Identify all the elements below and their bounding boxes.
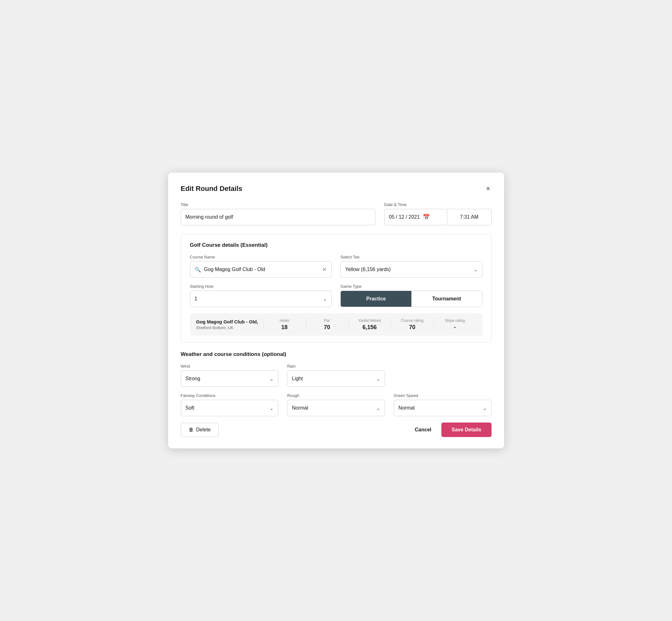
course-name-group: Course Name 🔍 Gog Magog Golf Club - Old … bbox=[190, 255, 332, 278]
holes-value: 18 bbox=[268, 324, 301, 331]
rough-value: Normal bbox=[292, 405, 376, 411]
datetime-group: 05 / 12 / 2021 📅 7:31 AM bbox=[384, 209, 492, 225]
game-type-label: Game Type bbox=[340, 284, 482, 289]
green-speed-label: Green Speed bbox=[394, 393, 492, 398]
cancel-button[interactable]: Cancel bbox=[412, 423, 434, 437]
green-speed-value: Normal bbox=[398, 405, 483, 411]
select-tee-label: Select Tee bbox=[340, 255, 482, 259]
date-input[interactable]: 05 / 12 / 2021 📅 bbox=[384, 209, 447, 225]
chevron-down-icon: ⌄ bbox=[473, 266, 478, 273]
course-name-value: Gog Magog Golf Club - Old bbox=[204, 266, 319, 272]
top-row: Title Date & Time 05 / 12 / 2021 📅 7:31 … bbox=[181, 202, 492, 225]
wind-dropdown[interactable]: Strong ⌄ bbox=[181, 370, 279, 387]
trash-icon: 🗑 bbox=[189, 427, 194, 432]
fairway-value: Soft bbox=[185, 405, 270, 411]
edit-round-modal: Edit Round Details × Title Date & Time 0… bbox=[168, 173, 504, 448]
weather-section-title: Weather and course conditions (optional) bbox=[181, 351, 492, 358]
starting-hole-label: Starting Hole bbox=[190, 284, 332, 289]
chevron-down-icon-rain: ⌄ bbox=[376, 376, 380, 382]
course-name-label: Course Name bbox=[190, 255, 332, 259]
course-rating-value: 70 bbox=[395, 324, 429, 331]
starting-hole-gametype-row: Starting Hole 1 ⌄ Game Type Practice Tou… bbox=[190, 284, 482, 307]
yards-stat: Yards(Yellow) 6,156 bbox=[348, 318, 391, 331]
rain-value: Light bbox=[292, 376, 376, 381]
starting-hole-value: 1 bbox=[195, 296, 323, 302]
practice-button[interactable]: Practice bbox=[341, 291, 411, 307]
datetime-field-group: Date & Time 05 / 12 / 2021 📅 7:31 AM bbox=[384, 202, 492, 225]
game-type-toggle: Practice Tournament bbox=[340, 291, 482, 307]
save-button[interactable]: Save Details bbox=[442, 422, 491, 437]
footer-row: 🗑 Delete Cancel Save Details bbox=[181, 422, 492, 437]
yards-label: Yards(Yellow) bbox=[353, 318, 386, 323]
date-text: 05 / 12 / 2021 bbox=[389, 214, 420, 220]
fairway-dropdown[interactable]: Soft ⌄ bbox=[181, 400, 279, 416]
wind-group: Wind Strong ⌄ bbox=[181, 364, 279, 387]
rough-label: Rough bbox=[287, 393, 385, 398]
golf-course-section: Golf Course details (Essential) Course N… bbox=[181, 234, 492, 342]
course-info-name: Gog Magog Golf Club - Old, Shelford Bott… bbox=[196, 319, 263, 330]
rain-label: Rain bbox=[287, 364, 385, 369]
modal-title: Edit Round Details bbox=[181, 184, 243, 193]
rough-dropdown[interactable]: Normal ⌄ bbox=[287, 400, 385, 416]
fairway-group: Fairway Conditions Soft ⌄ bbox=[181, 393, 279, 416]
select-tee-value: Yellow (6,156 yards) bbox=[345, 266, 473, 272]
time-text: 7:31 AM bbox=[460, 214, 478, 220]
title-field-group: Title bbox=[181, 202, 375, 225]
delete-label: Delete bbox=[196, 427, 211, 432]
course-rating-label: Course rating bbox=[395, 318, 429, 323]
green-speed-group: Green Speed Normal ⌄ bbox=[394, 393, 492, 416]
game-type-group: Game Type Practice Tournament bbox=[340, 284, 482, 307]
starting-hole-group: Starting Hole 1 ⌄ bbox=[190, 284, 332, 307]
yards-value: 6,156 bbox=[353, 324, 386, 331]
chevron-down-icon-fairway: ⌄ bbox=[269, 405, 274, 411]
slope-rating-stat: Slope rating - bbox=[433, 318, 476, 331]
holes-stat: Holes 18 bbox=[263, 318, 306, 331]
datetime-label: Date & Time bbox=[384, 202, 492, 207]
chevron-down-icon-green: ⌄ bbox=[483, 405, 487, 411]
select-tee-dropdown[interactable]: Yellow (6,156 yards) ⌄ bbox=[340, 261, 482, 278]
rain-group: Rain Light ⌄ bbox=[287, 364, 385, 387]
course-info-location: Shelford Bottom, UK bbox=[196, 325, 263, 330]
course-name-tee-row: Course Name 🔍 Gog Magog Golf Club - Old … bbox=[190, 255, 482, 278]
course-info-bar: Gog Magog Golf Club - Old, Shelford Bott… bbox=[190, 313, 482, 336]
wind-label: Wind bbox=[181, 364, 279, 369]
calendar-icon: 📅 bbox=[423, 214, 430, 220]
tournament-button[interactable]: Tournament bbox=[411, 291, 482, 307]
par-stat: Par 70 bbox=[306, 318, 348, 331]
course-info-name-bold: Gog Magog Golf Club - Old, bbox=[196, 319, 263, 324]
rain-dropdown[interactable]: Light ⌄ bbox=[287, 370, 385, 387]
par-label: Par bbox=[310, 318, 344, 323]
course-rating-stat: Course rating 70 bbox=[391, 318, 433, 331]
wind-rain-row: Wind Strong ⌄ Rain Light ⌄ bbox=[181, 364, 492, 387]
holes-label: Holes bbox=[268, 318, 301, 323]
golf-course-section-title: Golf Course details (Essential) bbox=[190, 242, 482, 248]
course-name-input[interactable]: 🔍 Gog Magog Golf Club - Old ✕ bbox=[190, 261, 332, 278]
green-speed-dropdown[interactable]: Normal ⌄ bbox=[394, 400, 492, 416]
select-tee-group: Select Tee Yellow (6,156 yards) ⌄ bbox=[340, 255, 482, 278]
starting-hole-dropdown[interactable]: 1 ⌄ bbox=[190, 291, 332, 307]
modal-header: Edit Round Details × bbox=[181, 184, 492, 194]
delete-button[interactable]: 🗑 Delete bbox=[181, 423, 219, 437]
wind-value: Strong bbox=[185, 376, 270, 381]
rough-group: Rough Normal ⌄ bbox=[287, 393, 385, 416]
title-input[interactable] bbox=[181, 209, 375, 225]
close-button[interactable]: × bbox=[485, 184, 492, 194]
slope-rating-label: Slope rating bbox=[438, 318, 472, 323]
clear-icon[interactable]: ✕ bbox=[322, 266, 327, 273]
footer-right: Cancel Save Details bbox=[412, 422, 492, 437]
fairway-label: Fairway Conditions bbox=[181, 393, 279, 398]
par-value: 70 bbox=[310, 324, 344, 331]
chevron-down-icon-hole: ⌄ bbox=[323, 296, 327, 302]
weather-section: Weather and course conditions (optional)… bbox=[181, 351, 492, 416]
fairway-rough-green-row: Fairway Conditions Soft ⌄ Rough Normal ⌄… bbox=[181, 393, 492, 416]
chevron-down-icon-wind: ⌄ bbox=[269, 376, 274, 382]
chevron-down-icon-rough: ⌄ bbox=[376, 405, 380, 411]
time-input[interactable]: 7:31 AM bbox=[447, 209, 492, 225]
title-label: Title bbox=[181, 202, 375, 207]
slope-rating-value: - bbox=[438, 324, 472, 331]
search-icon: 🔍 bbox=[195, 266, 201, 273]
